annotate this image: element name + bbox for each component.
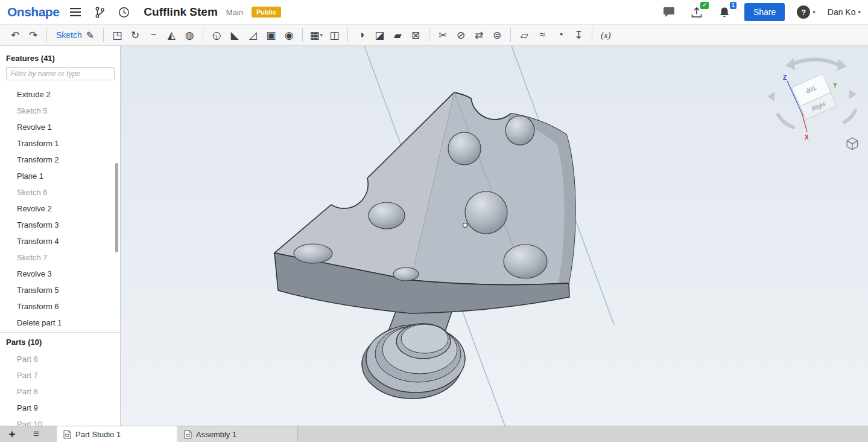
assembly-icon (184, 430, 192, 439)
tab-strip: Part Studio 1Assembly 1 (57, 426, 298, 442)
header-left: Onshape Cufflink Stem Main Public (7, 4, 290, 20)
document-tab[interactable]: Assembly 1 (177, 426, 298, 442)
filter-input[interactable] (6, 67, 115, 80)
feature-item[interactable]: Transform 6 (0, 298, 120, 315)
feature-item[interactable]: Sketch 6 (0, 184, 120, 200)
loft-icon[interactable]: ◭ (162, 27, 180, 43)
feature-item[interactable]: Transform 2 (0, 152, 120, 168)
undo-icon[interactable]: ↶ (6, 27, 24, 43)
toolbar-divider (347, 28, 348, 42)
axis-y-label: Y (833, 82, 837, 89)
user-name: Dan Ko (828, 7, 856, 17)
main-menu-icon[interactable] (68, 4, 83, 20)
move-face-icon[interactable]: ▰ (388, 27, 407, 43)
feature-item[interactable]: Sketch 5 (0, 103, 120, 119)
tab-label: Part Studio 1 (75, 430, 121, 439)
part-item[interactable]: Part 7 (0, 367, 120, 383)
redo-icon[interactable]: ↷ (24, 27, 42, 43)
chamfer-icon[interactable]: ◣ (226, 27, 244, 43)
mutual-trim-icon[interactable]: ✂ (434, 27, 452, 43)
versions-branch-icon[interactable] (92, 4, 107, 20)
help-menu[interactable]: ? ▾ (797, 5, 816, 19)
document-tab[interactable]: Part Studio 1 (57, 426, 177, 442)
feature-item[interactable]: Revolve 1 (0, 119, 120, 135)
shell-icon[interactable]: ▣ (262, 27, 280, 43)
wedge-body[interactable] (274, 92, 575, 313)
feature-item[interactable]: Delete part 1 (0, 315, 120, 331)
document-title: Cufflink Stem (144, 5, 217, 19)
features-list: Extrude 2Sketch 5Revolve 1Transform 1Tra… (0, 86, 120, 331)
sidebar-scrollbar[interactable] (115, 163, 118, 252)
model-viewport[interactable]: Z Y X Top Right (121, 46, 868, 426)
isometric-view-icon[interactable] (845, 136, 860, 151)
sweep-icon[interactable]: ~ (144, 27, 162, 43)
stem-disc[interactable] (362, 324, 465, 399)
axis-z-label: Z (783, 74, 787, 81)
draft-icon[interactable]: ◿ (244, 27, 262, 43)
clock-glyph (118, 7, 130, 18)
user-caret-icon: ▾ (858, 9, 861, 15)
linear-pattern-caret-icon[interactable]: ▾ (320, 32, 323, 38)
helix-icon[interactable]: ◔ (551, 27, 569, 43)
toolbar-divider (510, 28, 511, 42)
parts-list: Part 6Part 7Part 8Part 9Part 10 (0, 351, 120, 426)
toolbar-divider (203, 28, 203, 42)
app-header: Onshape Cufflink Stem Main Public (0, 0, 868, 24)
parts-header[interactable]: Parts (10) (0, 332, 120, 351)
replace-face-icon[interactable]: ⇄ (470, 27, 488, 43)
branch-glyph (95, 7, 105, 18)
import-icon[interactable]: ↧ (569, 27, 588, 43)
part-item[interactable]: Part 9 (0, 400, 120, 416)
linear-pattern-icon[interactable]: ▦▾ (307, 27, 325, 43)
header-right: ✓ 1 Share ? ▾ Dan Ko ▾ (649, 3, 861, 21)
variables-icon[interactable]: (x) (597, 27, 615, 43)
main-area: Features (41) Extrude 2Sketch 5Revolve 1… (0, 46, 868, 426)
tab-manager-icon[interactable]: ≡ (24, 426, 48, 442)
help-icon[interactable]: ? (797, 5, 810, 19)
composite-curve-icon[interactable]: ≈ (533, 27, 551, 43)
vertex-point[interactable] (463, 223, 467, 228)
history-icon[interactable] (116, 4, 131, 20)
export-icon[interactable]: ✓ (689, 4, 705, 20)
user-menu[interactable]: Dan Ko ▾ (828, 7, 861, 17)
notifications-icon[interactable]: 1 (717, 4, 732, 20)
revolve-icon[interactable]: ↻ (126, 27, 144, 43)
feature-item[interactable]: Sketch 7 (0, 249, 120, 266)
mirror-icon[interactable]: ◫ (325, 27, 343, 43)
hole-icon[interactable]: ◉ (280, 27, 298, 43)
sketch-button[interactable]: Sketch ✎ (56, 30, 94, 41)
feature-item[interactable]: Revolve 3 (0, 266, 120, 282)
export-success-badge: ✓ (700, 2, 709, 9)
comment-icon[interactable] (661, 4, 677, 20)
feature-item[interactable]: Transform 3 (0, 217, 120, 233)
bottom-bar: + ≡ Part Studio 1Assembly 1 (0, 426, 868, 442)
cube-faces[interactable]: Top Right (792, 74, 837, 120)
extrude-icon[interactable]: ◳ (108, 27, 126, 43)
part-item[interactable]: Part 8 (0, 383, 120, 400)
boolean-icon[interactable]: ◑ (352, 27, 370, 43)
delete-part-icon[interactable]: ⊠ (407, 27, 425, 43)
plane-icon[interactable]: ▱ (515, 27, 533, 43)
offset-surface-icon[interactable]: ⊜ (488, 27, 506, 43)
fillet-icon[interactable]: ◵ (207, 27, 226, 43)
share-button[interactable]: Share (744, 3, 785, 21)
axis-x-label: X (805, 134, 809, 141)
part-item[interactable]: Part 6 (0, 351, 120, 367)
bell-glyph (719, 7, 730, 18)
part-item[interactable]: Part 10 (0, 416, 120, 426)
onshape-logo[interactable]: Onshape (7, 5, 59, 19)
features-header[interactable]: Features (41) (0, 51, 120, 67)
feature-item[interactable]: Transform 1 (0, 135, 120, 152)
cufflink-model[interactable] (121, 46, 868, 426)
add-tab-button[interactable]: + (0, 426, 24, 442)
feature-item[interactable]: Transform 4 (0, 233, 120, 249)
delete-face-icon[interactable]: ⊘ (452, 27, 470, 43)
feature-item[interactable]: Revolve 2 (0, 200, 120, 217)
split-icon[interactable]: ◪ (370, 27, 388, 43)
thicken-icon[interactable]: ◍ (180, 27, 198, 43)
workspace-name[interactable]: Main (226, 8, 243, 17)
feature-item[interactable]: Transform 5 (0, 282, 120, 298)
feature-item[interactable]: Extrude 2 (0, 86, 120, 103)
feature-item[interactable]: Plane 1 (0, 168, 120, 184)
hamburger-glyph (70, 8, 81, 16)
